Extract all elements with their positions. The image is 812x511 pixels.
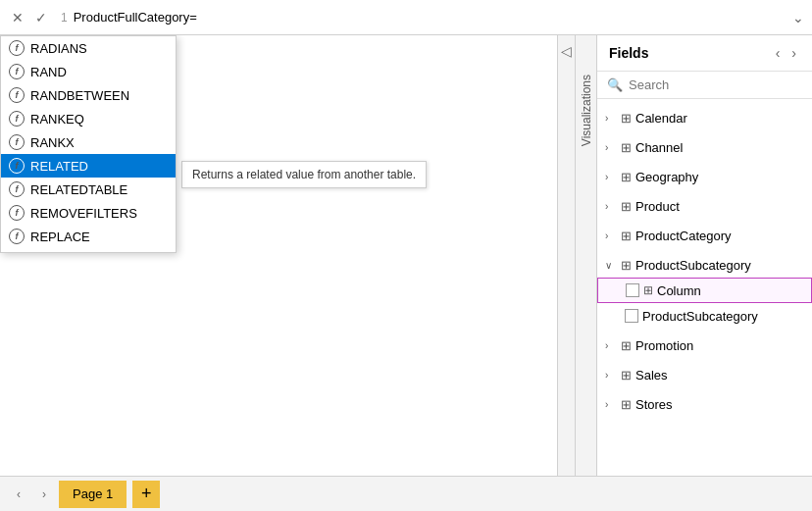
func-icon: f	[9, 64, 25, 79]
dropdown-item-rand[interactable]: f RAND	[1, 60, 176, 83]
formula-icons: ✕ ✓	[8, 8, 51, 27]
fields-header: Fields ‹ ›	[597, 35, 812, 72]
table-icon: ⊞	[621, 397, 632, 412]
dropdown-item-replace[interactable]: f REPLACE	[1, 225, 176, 248]
field-item-productsubcategory-child[interactable]: ProductSubcategory	[597, 303, 812, 329]
table-icon: ⊞	[621, 111, 632, 126]
formula-chevron-icon[interactable]: ⌄	[792, 10, 804, 26]
func-icon: f	[9, 40, 25, 56]
field-group-header-calendar[interactable]: › ⊞ Calendar	[597, 105, 812, 130]
dropdown-item-rankeq[interactable]: f RANKEQ	[1, 107, 176, 130]
page-add-button[interactable]: +	[132, 481, 160, 508]
table-icon: ⊞	[621, 258, 632, 273]
group-label: Stores	[635, 397, 673, 412]
group-label: Sales	[635, 368, 668, 383]
confirm-icon[interactable]: ✓	[31, 8, 51, 27]
chevron-right-icon: ›	[605, 142, 617, 153]
field-group-header-productcategory[interactable]: › ⊞ ProductCategory	[597, 223, 812, 248]
page-bar: ‹ › Page 1 +	[0, 476, 812, 511]
field-group-productcategory: › ⊞ ProductCategory	[597, 221, 812, 250]
field-checkbox-productsubcategory[interactable]	[625, 309, 638, 323]
fields-nav-left[interactable]: ‹	[772, 43, 785, 63]
group-label: Product	[635, 199, 680, 214]
viz-panel: Visualizations	[575, 35, 596, 476]
table-icon: ⊞	[621, 368, 632, 383]
func-icon: f	[9, 229, 25, 244]
field-label-column: Column	[657, 283, 701, 298]
filter-panel: ◁	[557, 35, 575, 476]
search-icon: 🔍	[607, 77, 623, 92]
dropdown-item-removefilters[interactable]: f REMOVEFILTERS	[1, 201, 176, 225]
field-group-sales: › ⊞ Sales	[597, 360, 812, 389]
field-group-channel: › ⊞ Channel	[597, 132, 812, 162]
chevron-right-icon: ›	[605, 230, 617, 241]
field-label-productsubcategory: ProductSubcategory	[642, 309, 758, 324]
fields-nav: ‹ ›	[772, 43, 800, 63]
function-dropdown: f RADIANS f RAND f RANDBETWEEN f RANKEQ …	[0, 35, 177, 253]
dropdown-item-related[interactable]: f RELATED	[1, 154, 176, 178]
func-icon: f	[9, 87, 25, 103]
group-label: Promotion	[635, 338, 693, 353]
fields-nav-right[interactable]: ›	[787, 43, 800, 63]
field-group-header-product[interactable]: › ⊞ Product	[597, 193, 812, 219]
dropdown-item-rept[interactable]: f REPT	[1, 248, 176, 252]
func-icon: f	[9, 205, 25, 221]
field-group-header-stores[interactable]: › ⊞ Stores	[597, 391, 812, 417]
formula-input[interactable]	[74, 10, 787, 25]
chevron-right-icon: ›	[605, 113, 617, 124]
group-label: ProductSubcategory	[635, 258, 751, 273]
table-icon: ⊞	[621, 229, 632, 243]
table-icon: ⊞	[621, 140, 632, 155]
page-tab-1[interactable]: Page 1	[59, 481, 127, 508]
table-icon: ⊞	[621, 170, 632, 184]
column-icon: ⊞	[643, 283, 653, 297]
func-icon: f	[9, 181, 25, 197]
page-nav-right[interactable]: ›	[33, 484, 55, 505]
line-number: 1	[61, 11, 68, 25]
viz-panel-label: Visualizations	[580, 75, 593, 146]
dropdown-item-randbetween[interactable]: f RANDBETWEEN	[1, 83, 176, 107]
field-item-column[interactable]: ⊞ Column	[597, 278, 812, 303]
field-group-productsubcategory: ∨ ⊞ ProductSubcategory ⊞ Column ProductS…	[597, 250, 812, 331]
function-tooltip: Returns a related value from another tab…	[181, 161, 427, 188]
group-label: ProductCategory	[635, 229, 732, 243]
fields-title: Fields	[609, 45, 648, 61]
field-group-calendar: › ⊞ Calendar	[597, 103, 812, 132]
chevron-down-icon: ∨	[605, 260, 617, 271]
page-nav-left[interactable]: ‹	[8, 484, 29, 505]
chevron-right-icon: ›	[605, 340, 617, 351]
group-label: Geography	[635, 170, 698, 184]
formula-bar: ✕ ✓ 1 ⌄	[0, 0, 812, 35]
table-icon: ⊞	[621, 199, 632, 214]
chevron-right-icon: ›	[605, 201, 617, 212]
dropdown-list: f RADIANS f RAND f RANDBETWEEN f RANKEQ …	[1, 36, 176, 252]
field-group-promotion: › ⊞ Promotion	[597, 331, 812, 360]
dropdown-item-relatedtable[interactable]: f RELATEDTABLE	[1, 178, 176, 201]
fields-search-bar: 🔍	[597, 72, 812, 99]
field-checkbox-column[interactable]	[626, 283, 639, 297]
field-group-header-promotion[interactable]: › ⊞ Promotion	[597, 332, 812, 358]
field-group-product: › ⊞ Product	[597, 191, 812, 221]
dropdown-item-rankx[interactable]: f RANKX	[1, 130, 176, 154]
func-icon: f	[9, 158, 25, 174]
fields-panel: Fields ‹ › 🔍 › ⊞ Calendar ›	[596, 35, 812, 476]
chevron-right-icon: ›	[605, 172, 617, 182]
dropdown-item-radians[interactable]: f RADIANS	[1, 36, 176, 60]
func-icon: f	[9, 134, 25, 150]
canvas-area: f RADIANS f RAND f RANDBETWEEN f RANKEQ …	[0, 35, 557, 476]
filter-collapse-icon[interactable]: ◁	[561, 43, 572, 59]
fields-list: › ⊞ Calendar › ⊞ Channel › ⊞ Geography	[597, 99, 812, 476]
main-area: f RADIANS f RAND f RANDBETWEEN f RANKEQ …	[0, 35, 812, 476]
field-group-header-geography[interactable]: › ⊞ Geography	[597, 164, 812, 189]
field-group-stores: › ⊞ Stores	[597, 389, 812, 419]
field-group-header-sales[interactable]: › ⊞ Sales	[597, 362, 812, 387]
field-group-geography: › ⊞ Geography	[597, 162, 812, 191]
field-group-header-productsubcategory[interactable]: ∨ ⊞ ProductSubcategory	[597, 252, 812, 278]
field-group-header-channel[interactable]: › ⊞ Channel	[597, 134, 812, 160]
chevron-right-icon: ›	[605, 370, 617, 381]
fields-search-input[interactable]	[629, 77, 802, 92]
group-label: Channel	[635, 140, 683, 155]
cancel-icon[interactable]: ✕	[8, 8, 27, 27]
func-icon: f	[9, 111, 25, 127]
group-label: Calendar	[635, 111, 687, 126]
